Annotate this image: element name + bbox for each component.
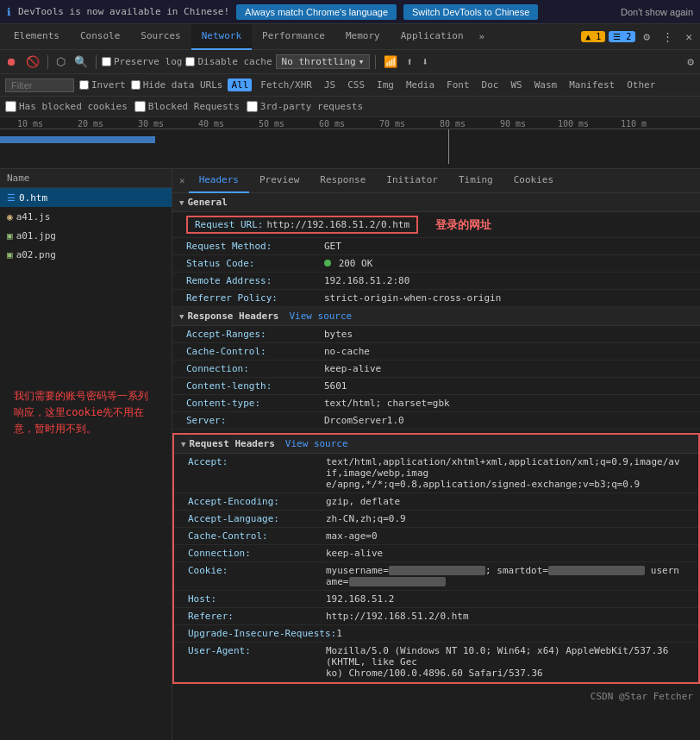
switch-devtools-button[interactable]: Switch DevTools to Chinese [403,4,538,20]
file-list: Name ☰ 0.htm ◉ a41.js ▣ a01.jpg ▣ a02.pn… [0,169,172,740]
blocked-cookies-checkbox[interactable]: Has blocked cookies [5,101,128,112]
filter-media[interactable]: Media [403,78,438,91]
detail-tab-preview[interactable]: Preview [249,169,309,193]
filter-js[interactable]: JS [321,78,339,91]
upgrade-insecure-value: 1 [336,628,684,639]
throttle-select[interactable]: No throttling ▾ [276,54,371,69]
cookie-hidden-1 [389,566,485,575]
content-type-row: Content-type: text/html; charset=gbk [172,395,700,412]
filter-all[interactable]: All [228,78,252,91]
response-headers-section-header[interactable]: ▼ Response Headers View source [172,307,700,326]
connection-req-row: Connection: keep-alive [174,545,698,562]
close-devtools-icon[interactable]: ✕ [681,28,697,45]
general-section-header[interactable]: ▼ General [172,193,700,212]
cookie-label: Cookie: [188,565,326,576]
main-content: Name ☰ 0.htm ◉ a41.js ▣ a01.jpg ▣ a02.pn… [0,169,700,740]
cache-control-resp-label: Cache-Control: [186,346,324,357]
preserve-log-checkbox[interactable]: Preserve log [102,56,182,67]
detail-panel: ✕ Headers Preview Response Initiator Tim… [172,169,700,740]
file-icon-img1: ▣ [7,230,13,241]
separator1 [47,55,48,69]
invert-checkbox[interactable]: Invert [79,79,126,91]
more-options-icon[interactable]: ⋮ [658,28,678,45]
match-language-button[interactable]: Always match Chrome's language [236,4,397,20]
status-value: 200 OK [324,258,686,269]
referrer-label: Referrer Policy: [186,292,324,304]
tab-console[interactable]: Console [70,24,130,50]
tab-performance[interactable]: Performance [252,24,335,50]
file-item-0htm[interactable]: ☰ 0.htm [0,188,172,207]
left-annotation-box: 我们需要的账号密码等一系列响应，这里cookie先不用在意，暂时用不到。 [0,367,172,459]
tab-application[interactable]: Application [391,24,474,50]
response-view-source-link[interactable]: View source [289,310,352,322]
accept-encoding-value: gzip, deflate [326,496,684,507]
detail-tab-cookies[interactable]: Cookies [503,169,564,193]
content-length-value: 5601 [324,380,686,392]
filter-ws[interactable]: WS [507,78,525,91]
detail-tab-response[interactable]: Response [309,169,376,193]
request-headers-section-header[interactable]: ▼ Request Headers View source [174,435,698,454]
record-icon[interactable]: ⏺ [3,53,20,70]
tab-more[interactable]: » [474,31,491,42]
settings-icon[interactable]: ⚙ [639,28,654,45]
filter-font[interactable]: Font [443,78,473,91]
accept-ranges-row: Accept-Ranges: bytes [172,326,700,343]
connection-resp-label: Connection: [186,363,324,374]
cookie-row: Cookie: myusername= ; smartdot= username… [174,562,698,591]
filter-icon[interactable]: ⬡ [53,53,68,70]
cache-control-resp-value: no-cache [324,346,686,357]
user-agent-row: User-Agent: Mozilla/5.0 (Windows NT 10.0… [174,643,698,682]
detail-tab-initiator[interactable]: Initiator [376,169,448,193]
clear-icon[interactable]: 🚫 [23,53,42,70]
content-type-label: Content-type: [186,398,324,409]
request-view-source-link[interactable]: View source [285,438,348,449]
upgrade-insecure-label: Upgrade-Insecure-Requests: [188,628,336,639]
disable-cache-checkbox[interactable]: Disable cache [185,56,272,67]
timeline-20ms: 20 ms [60,119,121,129]
host-label: Host: [188,593,326,605]
third-party-checkbox[interactable]: 3rd-party requests [247,101,363,112]
filter-manifest[interactable]: Manifest [566,78,618,91]
filter-fetch-xhr[interactable]: Fetch/XHR [257,78,316,91]
search-icon[interactable]: 🔍 [72,53,91,70]
file-item-a02png[interactable]: ▣ a02.png [0,245,172,264]
filter-css[interactable]: CSS [344,78,368,91]
host-value: 192.168.51.2 [326,593,684,605]
accept-ranges-label: Accept-Ranges: [186,329,324,340]
tab-memory[interactable]: Memory [335,24,391,50]
filter-wasm[interactable]: Wasm [531,78,561,91]
cookie-value: myusername= ; smartdot= username= [326,565,684,587]
referer-row: Referer: http://192.168.51.2/0.htm [174,608,698,625]
network-settings-icon[interactable]: ⚙ [684,53,697,70]
status-dot-icon [324,260,331,267]
file-item-a41js[interactable]: ◉ a41.js [0,207,172,226]
csdn-watermark: CSDN @Star Fetcher [172,687,700,706]
filter-img[interactable]: Img [373,78,397,91]
connection-req-label: Connection: [188,548,326,559]
request-url-box: Request URL: http://192.168.51.2/0.htm [186,216,418,234]
filter-input[interactable] [5,78,74,92]
timeline-100ms: 100 ms [543,119,603,129]
detail-tab-headers[interactable]: Headers [189,169,249,193]
blocked-requests-checkbox[interactable]: Blocked Requests [134,101,240,112]
timeline-110ms: 110 m [603,119,664,129]
filter-other[interactable]: Other [623,78,659,91]
file-item-a01jpg[interactable]: ▣ a01.jpg [0,226,172,245]
referrer-value: strict-origin-when-cross-origin [324,292,686,304]
import-icon[interactable]: ⬆ [403,53,416,70]
tab-elements[interactable]: Elements [3,24,70,50]
content-length-row: Content-length: 5601 [172,378,700,395]
wifi-icon[interactable]: 📶 [381,53,400,70]
filter-doc[interactable]: Doc [478,78,503,91]
detail-close-icon[interactable]: ✕ [176,175,189,186]
remote-row: Remote Address: 192.168.51.2:80 [172,273,700,290]
hide-data-urls-checkbox[interactable]: Hide data URLs [131,79,223,91]
export-icon[interactable]: ⬇ [419,53,431,70]
request-headers-section: ▼ Request Headers View source Accept: te… [172,433,700,684]
file-list-header: Name [0,169,172,188]
network-toolbar: ⏺ 🚫 ⬡ 🔍 Preserve log Disable cache No th… [0,50,700,74]
tab-sources[interactable]: Sources [130,24,191,50]
dismiss-banner-button[interactable]: Don't show again [621,7,693,17]
tab-network[interactable]: Network [191,24,252,50]
detail-tab-timing[interactable]: Timing [448,169,503,193]
